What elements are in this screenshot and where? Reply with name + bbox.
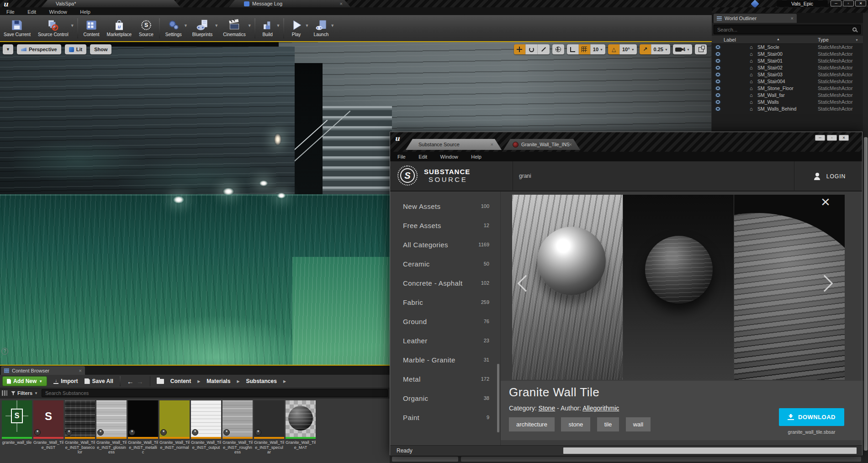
close-detail-icon[interactable]: × <box>819 195 832 209</box>
account-name-field[interactable]: Vals_Epic <box>777 0 828 7</box>
add-new-button[interactable]: Add New ▼ <box>2 376 47 386</box>
outliner-row[interactable]: ⌂SM_Walls_BehindStaticMeshActor <box>712 106 863 112</box>
category-paint[interactable]: Paint9 <box>403 413 489 422</box>
launch-button[interactable]: Launch <box>310 16 332 41</box>
blueprints-button[interactable]: Blueprints <box>189 16 216 41</box>
breadcrumb-materials[interactable]: Materials <box>206 378 230 384</box>
visibility-eye-icon[interactable] <box>715 93 721 97</box>
outliner-row[interactable]: ⌂SM_Stair00StaticMeshActor <box>712 51 863 58</box>
visibility-eye-icon[interactable] <box>715 66 721 70</box>
grid-snap-toggle[interactable] <box>579 44 591 54</box>
column-header-type[interactable]: Type <box>818 37 829 43</box>
visibility-eye-icon[interactable] <box>715 45 721 49</box>
content-browser-tab[interactable]: Content Browser × <box>1 366 85 375</box>
back-arrow-button[interactable]: ← <box>127 378 134 385</box>
visibility-eye-icon[interactable] <box>715 59 721 63</box>
source-control-button[interactable]: Source Control <box>34 16 72 41</box>
asset-tile[interactable]: * Granite_Wall_Tile_INST_metallic <box>128 400 158 455</box>
horizontal-scrollbar-thumb[interactable] <box>563 447 857 454</box>
lit-mode-button[interactable]: Lit <box>65 44 86 54</box>
maximize-viewport-button[interactable] <box>695 44 707 54</box>
camera-speed-button[interactable]: 4▼ <box>673 44 692 54</box>
outliner-row[interactable]: ⌂SM_SocleStaticMeshActor <box>712 44 863 51</box>
outliner-row[interactable]: ⌂SM_WallsStaticMeshActor <box>712 99 863 106</box>
visibility-eye-icon[interactable] <box>715 86 721 90</box>
move-tool-button[interactable] <box>514 44 526 54</box>
category-organic[interactable]: Organic38 <box>403 394 489 403</box>
scrollbar-fragment[interactable] <box>461 457 861 462</box>
category-ceramic[interactable]: Ceramic50 <box>403 259 489 268</box>
close-button[interactable]: ✕ <box>839 135 849 141</box>
build-button[interactable]: Build <box>257 16 278 41</box>
visibility-eye-icon[interactable] <box>715 52 721 56</box>
cinematics-button[interactable]: Cinematics <box>219 16 249 41</box>
grid-snap-value[interactable]: 10▼ <box>591 44 605 54</box>
tab-granite-wall-tile-inst[interactable]: Granite_Wall_Tile_INST* × <box>503 139 580 150</box>
category-all-categories[interactable]: All Categories1169 <box>403 240 489 249</box>
scrollbar-fragment[interactable] <box>392 457 458 462</box>
asset-tile[interactable]: * Granite_Wall_Tile_INST_basecolor <box>65 400 95 455</box>
substance-window-titlebar[interactable]: u Substance Source × Granite_Wall_Tile_I… <box>390 132 862 152</box>
asset-tile[interactable]: * Granite_Wall_Tile_INST_specular <box>254 400 284 455</box>
viewport-help-button[interactable]: ? <box>1 348 8 355</box>
asset-tile[interactable]: * Granite_Wall_Tile_INST_normal <box>159 400 190 450</box>
rotation-snap-value[interactable]: 10°▼ <box>620 44 637 54</box>
outliner-scrollbar-thumb[interactable] <box>864 137 868 451</box>
tab-substance-source[interactable]: Substance Source × <box>406 139 502 150</box>
tab-message-log[interactable]: Message Log × <box>228 0 351 7</box>
asset-tile[interactable]: * Granite_Wall_Tile_INST_roughness <box>222 400 253 455</box>
asset-search-input[interactable] <box>42 389 388 397</box>
restore-button[interactable]: ▫ <box>827 135 837 141</box>
category-free-assets[interactable]: Free Assets12 <box>403 221 489 230</box>
preview-image-sphere[interactable] <box>623 195 734 380</box>
asset-tile[interactable]: * Granite_Wall_Tile_INST_output <box>191 400 221 450</box>
outliner-row[interactable]: ⌂SM_Stair02StaticMeshActor <box>712 64 863 71</box>
content-button[interactable]: Content <box>80 16 103 41</box>
filters-button[interactable]: Filters ▼ <box>11 390 38 396</box>
column-header-label[interactable]: Label <box>724 37 736 43</box>
category-fabric[interactable]: Fabric259 <box>403 298 489 307</box>
visibility-eye-icon[interactable] <box>715 73 721 77</box>
breadcrumb-arrow-icon[interactable]: ▶ <box>283 379 286 383</box>
minimize-button[interactable]: ─ <box>815 135 825 141</box>
play-button[interactable]: Play <box>286 16 307 41</box>
close-icon[interactable]: × <box>491 142 493 147</box>
asset-tile[interactable]: S * Granite_Wall_Tile_INST <box>33 400 64 450</box>
outliner-row[interactable]: ⌂SM_Wall_farStaticMeshActor <box>712 92 863 99</box>
category-new-assets[interactable]: New Assets100 <box>403 202 489 211</box>
menu-window[interactable]: Window <box>435 152 464 162</box>
asset-tile[interactable]: Granite_Wall_Tile_MAT <box>286 400 316 450</box>
outliner-scrollbar-track[interactable] <box>863 13 868 463</box>
close-icon[interactable]: × <box>569 142 572 147</box>
import-button[interactable]: ↓Import <box>53 378 78 384</box>
world-outliner-tab[interactable]: World Outliner × <box>714 14 797 23</box>
minimize-button[interactable]: ─ <box>831 0 842 6</box>
scale-tool-button[interactable] <box>538 44 550 54</box>
close-button[interactable]: ✕ <box>855 0 866 6</box>
scale-snap-value[interactable]: 0.25▼ <box>651 44 670 54</box>
rotation-snap-toggle[interactable]: △ <box>608 44 620 54</box>
show-button[interactable]: Show <box>90 44 111 54</box>
menu-file[interactable]: File <box>392 152 411 162</box>
rotate-tool-button[interactable] <box>526 44 538 54</box>
marketplace-button[interactable]: u Marketplace <box>103 16 135 41</box>
source-button[interactable]: S Source <box>135 16 157 41</box>
close-icon[interactable]: × <box>791 16 794 21</box>
forward-arrow-button[interactable]: → <box>137 378 143 385</box>
viewport-options-button[interactable]: ▼ <box>3 44 13 54</box>
tag-stone[interactable]: stone <box>561 417 590 431</box>
save-current-button[interactable]: Save Current <box>0 16 34 41</box>
asset-tile[interactable]: S granite_wall_tile <box>2 400 32 445</box>
perspective-button[interactable]: Perspective <box>17 44 61 54</box>
surface-snap-button[interactable] <box>567 44 579 54</box>
category-link[interactable]: Stone <box>539 404 556 412</box>
restore-button[interactable]: ▫ <box>843 0 854 6</box>
chevron-down-icon[interactable]: ▼ <box>855 38 858 42</box>
outliner-search-input[interactable] <box>714 27 852 32</box>
tab-valsspa[interactable]: ValsSpa* <box>41 0 180 7</box>
close-icon[interactable]: × <box>340 1 343 6</box>
outliner-row[interactable]: ⌂SM_Stair01StaticMeshActor <box>712 58 863 64</box>
category-concrete-asphalt[interactable]: Concrete - Asphalt102 <box>403 278 489 287</box>
world-coordinate-button[interactable] <box>552 44 564 54</box>
menu-edit[interactable]: Edit <box>413 152 433 162</box>
